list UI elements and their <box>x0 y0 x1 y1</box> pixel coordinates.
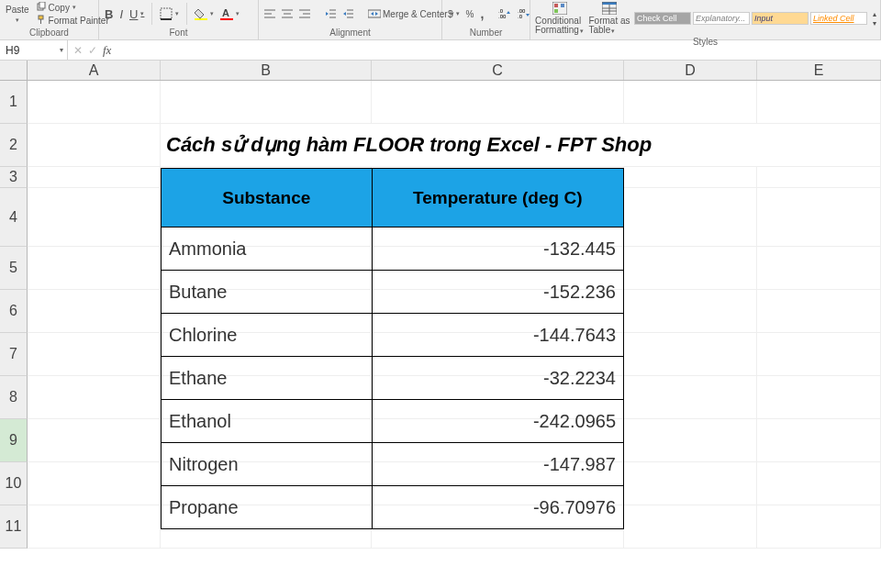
font-color-icon: A <box>220 7 233 20</box>
td-substance[interactable]: Propane <box>162 486 373 529</box>
td-temp[interactable]: -144.7643 <box>372 314 623 357</box>
td-substance[interactable]: Butane <box>162 271 373 314</box>
table-icon <box>602 2 617 15</box>
col-header-b[interactable]: B <box>161 61 372 80</box>
row-header[interactable]: 1 <box>0 81 28 124</box>
cell[interactable] <box>28 333 161 376</box>
svg-rect-2 <box>39 16 43 19</box>
td-temp[interactable]: -96.70976 <box>372 486 623 529</box>
row-header[interactable]: 5 <box>0 247 28 290</box>
cell[interactable] <box>624 188 757 247</box>
underline-button[interactable]: U▾ <box>128 6 146 22</box>
title-cell[interactable]: Cách sử dụng hàm FLOOR trong Excel - FPT… <box>161 124 881 167</box>
cell[interactable] <box>624 419 757 462</box>
percent-button[interactable]: % <box>464 8 476 20</box>
th-temperature[interactable]: Temperature (deg C) <box>372 169 623 227</box>
formula-input[interactable] <box>117 40 881 61</box>
cell[interactable] <box>757 247 881 290</box>
td-temp[interactable]: -132.445 <box>372 227 623 271</box>
td-temp[interactable]: -147.987 <box>372 443 623 486</box>
conditional-formatting-button[interactable]: ConditionalFormatting▾ <box>534 1 585 36</box>
cell[interactable] <box>372 81 624 124</box>
row-header[interactable]: 9 <box>0 419 28 462</box>
row-header[interactable]: 6 <box>0 290 28 333</box>
cell[interactable] <box>757 376 881 419</box>
cell[interactable] <box>28 462 161 505</box>
italic-button[interactable]: I <box>117 6 125 22</box>
cell[interactable] <box>624 81 757 124</box>
col-header-d[interactable]: D <box>624 61 757 80</box>
name-box[interactable]: H9▾ <box>0 40 68 61</box>
brush-icon <box>36 15 47 26</box>
td-substance[interactable]: Nitrogen <box>162 443 373 486</box>
th-substance[interactable]: Substance <box>162 169 373 227</box>
col-header-e[interactable]: E <box>757 61 881 80</box>
cell[interactable] <box>757 188 881 247</box>
cell[interactable] <box>28 167 161 188</box>
cell[interactable] <box>757 333 881 376</box>
row-header[interactable]: 8 <box>0 376 28 419</box>
style-explanatory[interactable]: Explanatory... <box>693 12 750 25</box>
currency-button[interactable]: $▾ <box>446 8 462 20</box>
cell[interactable] <box>28 247 161 290</box>
cell[interactable] <box>624 167 757 188</box>
paste-button[interactable]: Paste▾ <box>4 1 31 27</box>
format-as-table-button[interactable]: Format asTable▾ <box>587 1 631 36</box>
svg-rect-6 <box>195 18 207 20</box>
decrease-indent-button[interactable] <box>323 7 338 20</box>
cell[interactable] <box>624 290 757 333</box>
cell[interactable] <box>28 505 161 549</box>
fx-icon[interactable]: fx <box>103 43 111 58</box>
cell[interactable] <box>757 505 881 549</box>
inc-dec-icon: .0.00 <box>498 8 511 19</box>
comma-button[interactable]: , <box>478 6 485 22</box>
td-temp[interactable]: -32.2234 <box>372 357 623 400</box>
row-header[interactable]: 4 <box>0 188 28 247</box>
increase-decimal-button[interactable]: .0.00 <box>496 7 513 20</box>
font-color-button[interactable]: A ▾ <box>218 6 241 21</box>
cell[interactable] <box>757 167 881 188</box>
cell[interactable] <box>624 333 757 376</box>
td-temp[interactable]: -152.236 <box>372 271 623 314</box>
cell[interactable] <box>161 81 372 124</box>
style-check-cell[interactable]: Check Cell <box>634 12 691 25</box>
td-temp[interactable]: -242.0965 <box>372 400 623 443</box>
row-header[interactable]: 10 <box>0 462 28 505</box>
style-linked-cell[interactable]: Linked Cell <box>810 12 867 25</box>
indent-left-icon <box>325 8 336 19</box>
td-substance[interactable]: Chlorine <box>162 314 373 357</box>
select-all-corner[interactable] <box>0 61 28 80</box>
row-header[interactable]: 7 <box>0 333 28 376</box>
bold-button[interactable]: B <box>103 6 115 22</box>
fill-color-button[interactable]: ▾ <box>193 6 216 21</box>
cell[interactable] <box>28 81 161 124</box>
cell[interactable] <box>757 81 881 124</box>
cell[interactable] <box>757 290 881 333</box>
row-header[interactable]: 11 <box>0 505 28 549</box>
row-header[interactable]: 3 <box>0 167 28 188</box>
style-input[interactable]: Input <box>752 12 809 25</box>
td-substance[interactable]: Ethane <box>162 357 373 400</box>
cell[interactable] <box>28 124 161 167</box>
cell[interactable] <box>624 462 757 505</box>
cell[interactable] <box>28 376 161 419</box>
cell[interactable] <box>28 188 161 247</box>
border-button[interactable]: ▾ <box>158 6 181 21</box>
cell[interactable] <box>757 462 881 505</box>
td-substance[interactable]: Ethanol <box>162 400 373 443</box>
increase-indent-button[interactable] <box>340 7 355 20</box>
align-center-button[interactable] <box>280 7 295 20</box>
cell[interactable] <box>28 419 161 462</box>
td-substance[interactable]: Ammonia <box>162 227 373 271</box>
align-left-button[interactable] <box>262 7 277 20</box>
cell[interactable] <box>757 419 881 462</box>
cell[interactable] <box>624 376 757 419</box>
cell[interactable] <box>624 505 757 549</box>
align-right-button[interactable] <box>297 7 312 20</box>
styles-scroll[interactable]: ▴▾ <box>873 10 876 28</box>
cell[interactable] <box>28 290 161 333</box>
col-header-c[interactable]: C <box>372 61 624 80</box>
col-header-a[interactable]: A <box>28 61 161 80</box>
row-header[interactable]: 2 <box>0 124 28 167</box>
cell[interactable] <box>624 247 757 290</box>
